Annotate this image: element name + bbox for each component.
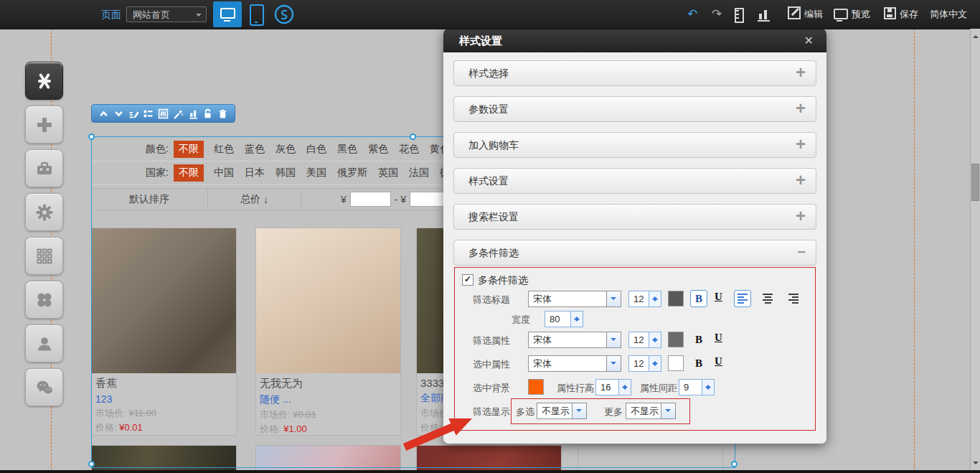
filter-option[interactable]: 蓝色: [245, 143, 265, 156]
ruler-icon[interactable]: [735, 8, 744, 23]
product-card[interactable]: [578, 445, 723, 472]
sidebar-item-widgets[interactable]: [25, 281, 63, 319]
font-select[interactable]: 宋体: [528, 291, 621, 307]
collapse-minus-icon[interactable]: −: [797, 240, 806, 263]
filter-option[interactable]: 花色: [399, 143, 419, 156]
spacing-spinner[interactable]: 9: [679, 379, 715, 395]
filter-option[interactable]: 灰色: [275, 143, 296, 156]
bold-button[interactable]: B: [690, 331, 707, 348]
underline-button[interactable]: U: [715, 332, 722, 344]
resize-handle[interactable]: [410, 134, 416, 140]
expand-plus-icon[interactable]: +: [796, 133, 806, 156]
desktop-view-button[interactable]: [213, 1, 242, 27]
preview-button[interactable]: 预览: [834, 0, 870, 29]
font-size-spinner[interactable]: 12: [628, 355, 661, 372]
align-center-button[interactable]: [759, 290, 776, 307]
spinner-arrows-icon[interactable]: [649, 332, 661, 347]
price-min-input[interactable]: [350, 192, 391, 207]
close-icon[interactable]: ✕: [804, 29, 814, 52]
product-link[interactable]: 123: [95, 393, 236, 405]
move-up-icon[interactable]: [98, 108, 109, 119]
page-select[interactable]: 网站首页: [126, 6, 207, 22]
filter-option[interactable]: 英国: [378, 167, 398, 179]
font-select[interactable]: 宋体: [528, 355, 621, 372]
font-select[interactable]: 宋体: [528, 332, 621, 348]
expand-plus-icon[interactable]: +: [796, 205, 806, 228]
edit-button[interactable]: 编辑: [788, 0, 823, 29]
scroll-up-icon[interactable]: [973, 32, 979, 38]
accordion-multi-filter[interactable]: 多条件筛选 −: [453, 240, 816, 266]
language-button[interactable]: 简体中文: [930, 0, 967, 29]
width-spinner[interactable]: 80: [545, 311, 583, 327]
expand-plus-icon[interactable]: +: [796, 97, 806, 120]
sidebar-item-members[interactable]: [25, 324, 63, 362]
filter-option[interactable]: 俄罗斯: [337, 167, 367, 179]
product-image[interactable]: [91, 445, 237, 472]
bg-color-swatch[interactable]: [528, 379, 544, 395]
product-card[interactable]: 无我无为 随便 ... 市场价: ¥0.01 价格: ¥1.00: [255, 228, 401, 436]
link-view-button[interactable]: [274, 4, 294, 24]
filter-option[interactable]: 美国: [306, 167, 326, 179]
font-size-spinner[interactable]: 12: [628, 332, 661, 348]
font-size-spinner[interactable]: 12: [628, 291, 661, 307]
bold-button[interactable]: B: [690, 290, 707, 307]
undo-icon[interactable]: ↶: [687, 0, 697, 29]
sidebar-item-add[interactable]: [25, 106, 63, 144]
underline-button[interactable]: U: [715, 355, 722, 367]
scroll-down-icon[interactable]: [973, 462, 979, 467]
filter-option[interactable]: 紫色: [368, 143, 388, 156]
product-link[interactable]: 随便 ...: [260, 393, 400, 406]
lock-icon[interactable]: [202, 108, 213, 119]
filter-option[interactable]: 黑色: [337, 143, 357, 156]
line-height-spinner[interactable]: 16: [595, 379, 631, 395]
sidebar-item-settings[interactable]: [25, 193, 63, 231]
filter-option[interactable]: 白色: [306, 143, 326, 156]
align-left-button[interactable]: [734, 290, 751, 307]
underline-button[interactable]: U: [715, 291, 722, 303]
params-sliders-icon[interactable]: [158, 108, 169, 119]
resize-handle[interactable]: [88, 461, 95, 467]
color-swatch[interactable]: [668, 355, 684, 371]
accordion-add-to-cart[interactable]: 加入购物车 +: [453, 132, 816, 158]
filter-selected-badge[interactable]: 不限: [174, 164, 204, 182]
expand-plus-icon[interactable]: +: [796, 61, 806, 84]
filter-option[interactable]: 中国: [214, 167, 234, 179]
scrollbar-thumb[interactable]: [971, 164, 979, 201]
spinner-arrows-icon[interactable]: [702, 380, 714, 395]
product-image[interactable]: [256, 228, 400, 373]
sidebar-item-modules[interactable]: [25, 237, 63, 275]
mobile-view-button[interactable]: [250, 4, 264, 26]
resize-handle[interactable]: [731, 461, 738, 467]
more-dropdown[interactable]: 不显示: [626, 403, 676, 419]
stats-icon[interactable]: [758, 8, 770, 22]
filter-selected-badge[interactable]: 不限: [174, 141, 204, 158]
filter-option[interactable]: 红色: [214, 143, 234, 156]
spinner-arrows-icon[interactable]: [649, 291, 661, 306]
sidebar-item-wechat[interactable]: [25, 368, 63, 406]
vertical-scrollbar[interactable]: [970, 29, 980, 473]
accordion-search-bar[interactable]: 搜索栏设置 +: [453, 204, 816, 230]
color-swatch[interactable]: [668, 291, 684, 306]
sort-default-tab[interactable]: 默认排序: [91, 189, 208, 210]
bold-button[interactable]: B: [690, 355, 707, 372]
product-image[interactable]: [255, 445, 401, 472]
accordion-style-select[interactable]: 样式选择 +: [453, 60, 816, 86]
sort-price-tab[interactable]: 总价 ↓: [208, 189, 301, 210]
filter-option[interactable]: 日本: [245, 167, 265, 179]
panel-header[interactable]: 样式设置 ✕: [443, 29, 826, 52]
move-down-icon[interactable]: [113, 108, 124, 119]
expand-plus-icon[interactable]: +: [796, 169, 806, 192]
redo-icon[interactable]: ↷: [712, 0, 722, 29]
multi-select-dropdown[interactable]: 不显示: [537, 403, 587, 419]
chart-icon[interactable]: [188, 108, 199, 119]
product-image[interactable]: [92, 228, 236, 373]
resize-handle[interactable]: [88, 134, 95, 140]
spinner-arrows-icon[interactable]: [570, 312, 583, 327]
spinner-arrows-icon[interactable]: [618, 380, 631, 395]
accordion-style-settings[interactable]: 样式设置 +: [453, 168, 816, 194]
list-settings-icon[interactable]: [143, 108, 154, 119]
filter-option[interactable]: 韩国: [275, 167, 296, 179]
color-swatch[interactable]: [668, 332, 684, 347]
sidebar-item-toolbox[interactable]: [25, 149, 63, 187]
accordion-params[interactable]: 参数设置 +: [453, 96, 816, 122]
